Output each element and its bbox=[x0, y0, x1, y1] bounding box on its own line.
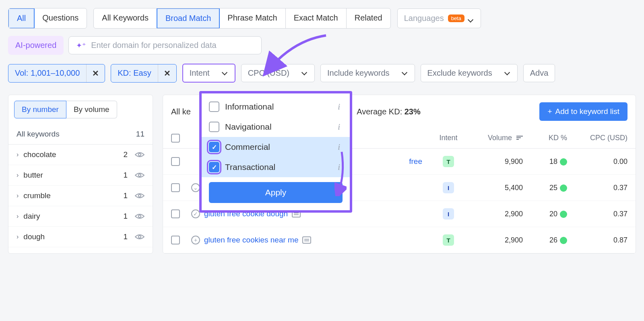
checkbox-unchecked[interactable] bbox=[209, 101, 219, 112]
filter-intent[interactable]: Intent bbox=[182, 64, 235, 83]
chevron-down-icon bbox=[469, 16, 474, 21]
row-checkbox[interactable] bbox=[171, 157, 180, 166]
sidebar: By number By volume All keywords 11 › ch… bbox=[8, 95, 153, 254]
volume-value: 2,900 bbox=[466, 236, 523, 244]
sidebar-item-label: butter bbox=[23, 171, 118, 180]
sidebar-tab-by-number[interactable]: By number bbox=[14, 101, 66, 118]
cpc-value: 0.37 bbox=[571, 184, 627, 192]
checkbox-unchecked[interactable] bbox=[209, 122, 219, 132]
tab-phrase-match[interactable]: Phrase Match bbox=[219, 8, 285, 28]
kd-value: 20 bbox=[523, 210, 571, 218]
info-icon[interactable]: i bbox=[338, 102, 340, 112]
intent-option-label: Transactional bbox=[225, 162, 275, 172]
kd-dot-icon bbox=[560, 158, 567, 166]
info-icon[interactable]: i bbox=[338, 122, 340, 132]
kd-dot-icon bbox=[560, 211, 567, 218]
filter-include[interactable]: Include keywords bbox=[320, 64, 415, 82]
row-checkbox[interactable] bbox=[171, 209, 180, 218]
filter-advanced-label: Adva bbox=[524, 64, 555, 82]
volume-value: 9,900 bbox=[466, 157, 523, 166]
volume-value: 5,400 bbox=[466, 184, 523, 192]
cpc-value: 0.37 bbox=[571, 210, 627, 218]
sidebar-item-crumble[interactable]: › crumble 1 bbox=[8, 186, 153, 206]
column-kd[interactable]: KD % bbox=[523, 134, 571, 143]
chevron-right-icon: › bbox=[17, 151, 19, 158]
intent-option-navigational[interactable]: Navigational i bbox=[202, 117, 350, 137]
checkbox-checked[interactable] bbox=[209, 142, 219, 152]
caret-circle-icon[interactable]: ⌄ bbox=[191, 183, 200, 192]
beta-badge: beta bbox=[448, 14, 464, 22]
question-tab-group: All Questions bbox=[8, 8, 87, 29]
tab-all-keywords[interactable]: All Keywords bbox=[94, 8, 157, 28]
intent-dropdown-popup: Informational i Navigational i Commercia… bbox=[199, 91, 352, 213]
tab-all[interactable]: All bbox=[8, 8, 35, 29]
ai-powered-badge: AI-powered bbox=[8, 36, 64, 55]
language-label: Languages bbox=[404, 14, 444, 23]
column-volume[interactable]: Volume bbox=[466, 134, 523, 143]
filter-advanced[interactable]: Adva bbox=[523, 64, 555, 82]
average-kd-stat: Average KD: 23% bbox=[357, 107, 421, 116]
filter-intent-label: Intent bbox=[183, 64, 216, 82]
chevron-down-icon bbox=[223, 68, 228, 74]
sidebar-item-dairy[interactable]: › dairy 1 bbox=[8, 206, 153, 227]
row-checkbox[interactable] bbox=[171, 183, 180, 192]
tab-related[interactable]: Related bbox=[347, 8, 390, 28]
svg-point-4 bbox=[138, 236, 141, 238]
results-panel: Informational i Navigational i Commercia… bbox=[163, 95, 636, 254]
volume-value: 2,900 bbox=[466, 210, 523, 218]
filter-exclude[interactable]: Exclude keywords bbox=[421, 64, 518, 82]
filter-kd[interactable]: KD: Easy ✕ bbox=[111, 64, 176, 83]
close-icon[interactable]: ✕ bbox=[158, 64, 176, 82]
tab-exact-match[interactable]: Exact Match bbox=[286, 8, 347, 28]
sidebar-header-count: 11 bbox=[136, 130, 144, 139]
check-circle-icon[interactable]: ✓ bbox=[191, 209, 200, 218]
eye-icon[interactable] bbox=[135, 192, 144, 200]
add-to-keyword-list-button[interactable]: + Add to keyword list bbox=[539, 102, 627, 121]
eye-icon[interactable] bbox=[135, 233, 144, 241]
serp-icon[interactable] bbox=[302, 236, 311, 244]
intent-option-informational[interactable]: Informational i bbox=[202, 97, 350, 117]
sidebar-item-chocolate[interactable]: › chocolate 2 bbox=[8, 145, 153, 165]
intent-option-transactional[interactable]: Transactional i bbox=[202, 157, 350, 177]
cpc-value: 0.87 bbox=[571, 236, 627, 244]
intent-option-label: Informational bbox=[225, 102, 274, 112]
row-checkbox[interactable] bbox=[171, 236, 180, 244]
tab-questions[interactable]: Questions bbox=[34, 8, 87, 28]
select-all-checkbox[interactable] bbox=[171, 134, 180, 143]
annotation-arrow bbox=[262, 32, 334, 77]
sidebar-item-count: 1 bbox=[123, 171, 128, 180]
column-intent[interactable]: Intent bbox=[430, 134, 466, 143]
eye-icon[interactable] bbox=[135, 212, 144, 220]
chevron-down-icon bbox=[505, 68, 511, 74]
intent-option-commercial[interactable]: Commercial i bbox=[202, 137, 350, 157]
intent-badge-transactional: T bbox=[443, 234, 454, 246]
intent-badge-transactional: T bbox=[443, 156, 454, 167]
chevron-right-icon: › bbox=[17, 172, 19, 179]
keyword-link[interactable]: gluten free cookies near me bbox=[204, 236, 298, 244]
eye-icon[interactable] bbox=[135, 151, 144, 159]
sidebar-tab-by-volume[interactable]: By volume bbox=[66, 101, 117, 118]
column-cpc[interactable]: CPC (USD) bbox=[571, 134, 627, 143]
match-tab-group: All Keywords Broad Match Phrase Match Ex… bbox=[93, 8, 390, 29]
sidebar-item-count: 2 bbox=[123, 150, 128, 159]
sidebar-item-butter[interactable]: › butter 1 bbox=[8, 165, 153, 186]
keyword-link[interactable]: free bbox=[409, 157, 422, 166]
close-icon[interactable]: ✕ bbox=[86, 64, 105, 82]
tab-broad-match[interactable]: Broad Match bbox=[157, 8, 220, 29]
sidebar-item-dough[interactable]: › dough 1 bbox=[8, 227, 153, 247]
intent-option-label: Navigational bbox=[225, 122, 272, 132]
filter-volume[interactable]: Vol: 1,001–10,000 ✕ bbox=[8, 64, 105, 83]
cpc-value: 0.00 bbox=[571, 157, 627, 166]
sidebar-item-label: dairy bbox=[23, 212, 118, 221]
domain-input[interactable] bbox=[91, 41, 254, 50]
sparkle-icon: ✦⁺ bbox=[76, 41, 86, 50]
eye-icon[interactable] bbox=[135, 171, 144, 179]
filter-volume-label: Vol: 1,001–10,000 bbox=[8, 64, 86, 82]
apply-button[interactable]: Apply bbox=[209, 182, 343, 203]
language-select[interactable]: Languages beta bbox=[397, 8, 481, 28]
checkbox-checked[interactable] bbox=[209, 162, 219, 172]
sidebar-item-count: 1 bbox=[123, 191, 128, 200]
sidebar-item-label: crumble bbox=[23, 191, 118, 200]
plus-circle-icon[interactable]: + bbox=[191, 236, 200, 244]
kd-value: 26 bbox=[523, 236, 571, 244]
